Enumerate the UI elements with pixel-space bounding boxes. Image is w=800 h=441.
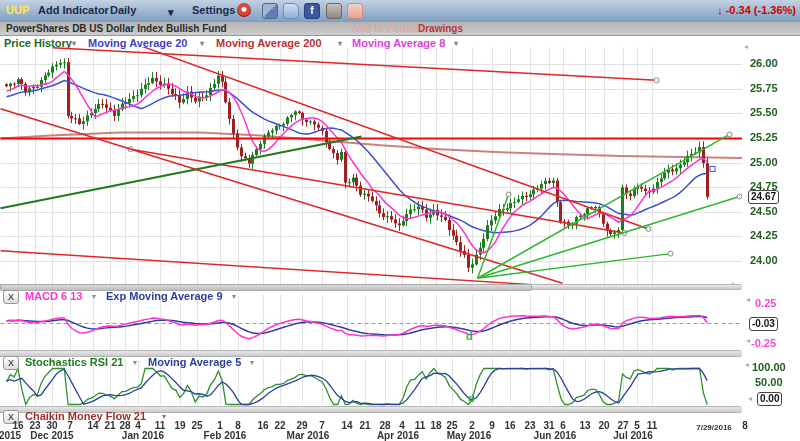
date-tick: 8 bbox=[742, 420, 748, 431]
date-tick: 21 bbox=[359, 420, 370, 431]
subtitle-bar: PowerShares DB US Dollar Index Bullish F… bbox=[0, 22, 800, 36]
price-chart-canvas[interactable] bbox=[0, 47, 742, 285]
month-tick: Jun 2016 bbox=[534, 430, 577, 441]
price-tick: 25.25 bbox=[750, 131, 778, 143]
stoch-axis-top: 100.00 bbox=[752, 361, 786, 373]
symbol-label[interactable]: UUP bbox=[6, 4, 29, 16]
macd-signal-label[interactable]: Exp Moving Average 9 bbox=[106, 290, 223, 302]
close-macd-button[interactable]: X bbox=[3, 290, 19, 304]
folder-icon[interactable] bbox=[283, 3, 299, 19]
date-tick: 18 bbox=[430, 420, 441, 431]
date-tick: 16 bbox=[504, 420, 515, 431]
date-tick: 22 bbox=[274, 420, 285, 431]
settings-button[interactable]: Settings bbox=[192, 4, 235, 16]
stoch-ma-label[interactable]: Moving Average 5 bbox=[148, 356, 241, 368]
chevron-down-icon[interactable]: ▾ bbox=[92, 292, 96, 301]
macd-label[interactable]: MACD 6 13 bbox=[25, 290, 82, 302]
month-tick: Jul 2016 bbox=[613, 430, 652, 441]
price-change: ↓ -0.34 (-1.36%) bbox=[717, 4, 796, 16]
chevron-down-icon[interactable]: ▾ bbox=[250, 358, 254, 367]
chevron-down-icon[interactable]: ▾ bbox=[232, 292, 236, 301]
macd-axis-top: 0.25 bbox=[755, 297, 776, 309]
date-tick: 20 bbox=[598, 420, 609, 431]
month-tick: Mar 2016 bbox=[287, 430, 330, 441]
month-tick: Apr 2016 bbox=[377, 430, 419, 441]
hand-icon[interactable] bbox=[347, 3, 363, 19]
stoch-axis-mid: 50.00 bbox=[755, 376, 783, 388]
stoch-current-box: 0.00 bbox=[757, 392, 782, 406]
month-tick: May 2016 bbox=[447, 430, 491, 441]
date-tick: 14 bbox=[341, 420, 352, 431]
month-tick: Dec 2015 bbox=[30, 430, 73, 441]
cube-icon[interactable] bbox=[262, 3, 278, 19]
collapse-left-icon[interactable]: ◂ bbox=[748, 394, 752, 403]
chevron-down-icon[interactable]: ▾ bbox=[133, 358, 137, 367]
price-tick: 25.50 bbox=[750, 106, 778, 118]
stoch-annotation-d: d bbox=[468, 392, 475, 404]
toolbar: UUP Add Indicator Daily ▾ Settings f ↓ -… bbox=[0, 0, 800, 23]
price-tick: 25.75 bbox=[750, 82, 778, 94]
close-stoch-button[interactable]: X bbox=[3, 356, 19, 370]
month-tick: Feb 2016 bbox=[204, 430, 247, 441]
chevron-down-icon[interactable]: ▾ bbox=[168, 6, 174, 19]
price-tick: 25.00 bbox=[750, 156, 778, 168]
date-tick: 25 bbox=[191, 420, 202, 431]
down-arrow-icon: ↓ bbox=[717, 4, 723, 16]
stoch-label[interactable]: Stochastics RSI 21 bbox=[25, 356, 123, 368]
fund-name: PowerShares DB US Dollar Index Bullish F… bbox=[6, 23, 227, 34]
add-indicator-button[interactable]: Add Indicator bbox=[38, 4, 109, 16]
date-tick: 16 bbox=[257, 420, 268, 431]
collapse-left-icon[interactable]: ◂ bbox=[746, 336, 750, 345]
current-price-box: 24.67 bbox=[748, 190, 779, 204]
collapse-left-icon[interactable]: ◂ bbox=[744, 42, 748, 51]
price-tick: 26.00 bbox=[750, 57, 778, 69]
alarm-clock-icon[interactable] bbox=[237, 3, 251, 17]
price-tick: 24.50 bbox=[750, 205, 778, 217]
last-date-label: 7/29/2016 bbox=[696, 423, 732, 432]
date-tick: 21 bbox=[104, 420, 115, 431]
facebook-icon[interactable]: f bbox=[304, 3, 320, 19]
charting-app: UUP Add Indicator Daily ▾ Settings f ↓ -… bbox=[0, 0, 800, 441]
macd-axis-bottom: -0.25 bbox=[751, 337, 776, 349]
drawings-link[interactable]: Drawings bbox=[418, 23, 463, 34]
collapse-left-icon[interactable]: ◂ bbox=[745, 360, 749, 369]
date-tick: 19 bbox=[174, 420, 185, 431]
add-to-portfolio-link[interactable]: Add to Portfolio bbox=[352, 23, 428, 34]
month-tick: Jan 2016 bbox=[122, 430, 164, 441]
period-dropdown[interactable]: Daily bbox=[110, 4, 136, 16]
macd-current-box: -0.03 bbox=[749, 317, 778, 331]
date-tick: 14 bbox=[87, 420, 98, 431]
date-tick: 13 bbox=[579, 420, 590, 431]
camera-icon[interactable] bbox=[326, 3, 342, 19]
macd-annotation-d: d bbox=[466, 330, 473, 342]
month-tick: 2015 bbox=[0, 430, 21, 441]
price-tick: 24.25 bbox=[750, 229, 778, 241]
price-tick: 24.00 bbox=[750, 254, 778, 266]
collapse-left-icon[interactable]: ◂ bbox=[746, 295, 750, 304]
